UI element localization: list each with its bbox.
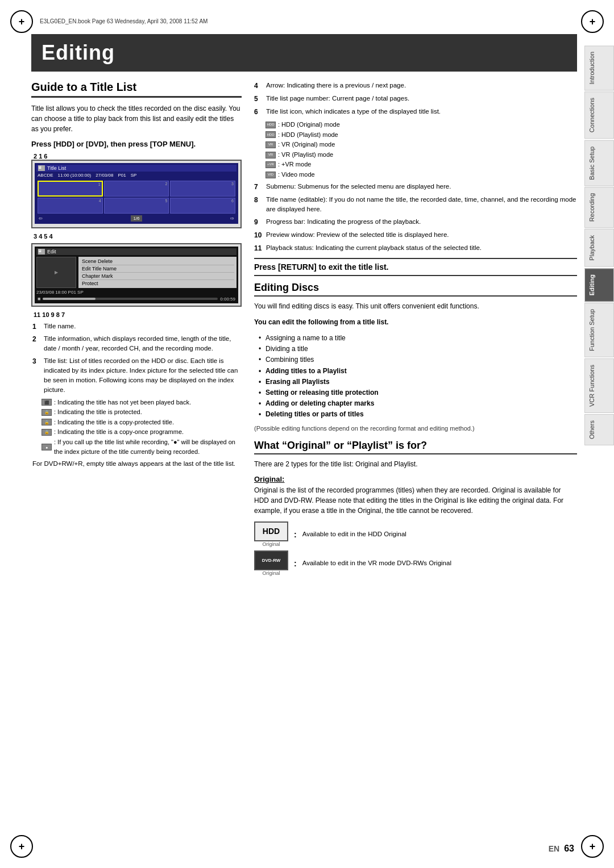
num-item-1: 1 Title name. bbox=[32, 322, 242, 332]
bullet-combining: Combining titles bbox=[259, 354, 577, 365]
edit-menu-chapter-mark[interactable]: Chapter Mark bbox=[81, 273, 234, 280]
edit-menu-scene-delete[interactable]: Scene Delete bbox=[81, 258, 234, 265]
vr-playlist-mode: VR : VR (Playlist) mode bbox=[265, 150, 577, 160]
right-num-8: 8 Title name (editable): If you do not n… bbox=[254, 195, 577, 215]
num-8-content: Title name (editable): If you do not nam… bbox=[266, 195, 577, 215]
not-played-text: : Indicating the title has not yet been … bbox=[54, 398, 191, 408]
sidebar-tab-editing[interactable]: Editing bbox=[584, 268, 614, 302]
what-original-heading: What “Original” or “Playlist” is for? bbox=[254, 440, 577, 454]
edit-menu: Scene Delete Edit Title Name Chapter Mar… bbox=[78, 257, 237, 288]
sidebar-tab-vcr-functions[interactable]: VCR Functions bbox=[584, 358, 614, 413]
tl-cell-2: 2 bbox=[104, 181, 169, 197]
num-7-label: 7 bbox=[254, 182, 263, 192]
video-icon: VID bbox=[265, 172, 276, 178]
diagram-bottom2-labels: 11 10 9 8 7 bbox=[31, 311, 242, 318]
edit-screen-mockup: 🖥 Edit ▶ Scene Delete Edit Title Name Ch… bbox=[31, 243, 242, 307]
sidebar-tab-basic-setup[interactable]: Basic Setup bbox=[584, 140, 614, 186]
sidebar-tab-others[interactable]: Others bbox=[584, 414, 614, 445]
num-11-label: 11 bbox=[254, 243, 263, 253]
edit-menu-title-name[interactable]: Edit Title Name bbox=[81, 265, 234, 273]
vr-play-icon: VR bbox=[265, 152, 276, 158]
hdd-modes-list: HDD : HDD (Original) mode HDD : HDD (Pla… bbox=[265, 120, 577, 180]
tl-mode: SP bbox=[131, 173, 137, 178]
left-column: Guide to a Title List Title list allows … bbox=[31, 81, 242, 576]
icon-mode-protected: 🔒 : Indicating the title is protected. bbox=[42, 407, 242, 418]
edit-icon: 🖥 bbox=[38, 249, 45, 254]
right-num-9: 9 Progress bar: Indicating the progress … bbox=[254, 217, 577, 227]
right-num-5: 5 Title list page number: Current page /… bbox=[254, 94, 577, 104]
sidebar: Introduction Connections Basic Setup Rec… bbox=[584, 45, 614, 445]
num-6-label: 6 bbox=[254, 107, 263, 117]
device-icons: HDD Original : Available to edit in the … bbox=[254, 521, 577, 576]
num-2-content: Title information, which displays record… bbox=[44, 334, 242, 354]
right-num-11: 11 Playback status: Indicating the curre… bbox=[254, 243, 577, 253]
bullet-deleting-titles: Deleting titles or parts of titles bbox=[259, 409, 577, 420]
tl-page-indicator: 1/6 bbox=[131, 215, 142, 222]
icon-mode-recording: ● : If you call up the title list while … bbox=[42, 437, 242, 457]
recording-text: : If you call up the title list while re… bbox=[54, 437, 242, 457]
hdd-orig-icon: HDD bbox=[265, 122, 276, 128]
num-2-label: 2 bbox=[32, 334, 42, 344]
tl-cell-6: 6 bbox=[170, 198, 235, 214]
protected-icon: 🔒 bbox=[42, 409, 52, 416]
dvd-device-icon: DVD-RW bbox=[254, 550, 288, 570]
tl-icon: 🖥 bbox=[38, 165, 45, 171]
tl-cell-3: 3 bbox=[170, 181, 235, 197]
corner-decoration-tr bbox=[581, 10, 604, 33]
num-6-content: Title list icon, which indicates a type … bbox=[266, 107, 577, 116]
tl-info-row: ABCDE 11:00 (10:00:00) 27/03/08 P01 SP bbox=[36, 173, 237, 178]
num-5-content: Title list page number: Current page / t… bbox=[266, 94, 577, 103]
sidebar-tab-introduction[interactable]: Introduction bbox=[584, 45, 614, 90]
diagram-bottom-labels: 3 4 5 4 bbox=[31, 233, 242, 240]
edit-header: 🖥 Edit bbox=[36, 248, 237, 255]
tl-page-info: P01 bbox=[118, 173, 126, 178]
hdd-playlist-mode: HDD : HDD (Playlist) mode bbox=[265, 130, 577, 140]
dvd-original-label: Original bbox=[262, 570, 280, 576]
tl-title: Title List bbox=[47, 165, 66, 171]
corner-decoration-tl bbox=[10, 10, 33, 33]
tl-cell-4: 4 bbox=[38, 198, 103, 214]
sidebar-tab-function-setup[interactable]: Function Setup bbox=[584, 303, 614, 357]
copy-once-text: : Indicating the title is a copy-once pr… bbox=[54, 427, 184, 437]
num-1-content: Title name. bbox=[44, 322, 242, 331]
right-num-6: 6 Title list icon, which indicates a typ… bbox=[254, 107, 577, 117]
edit-time: 0:00:59 bbox=[220, 297, 235, 302]
edit-footer: 23/03/08 18:00 P01 SP bbox=[36, 290, 237, 295]
hdd-device-desc: Available to edit in the HDD Original bbox=[302, 529, 577, 539]
num-9-content: Progress bar: Indicating the progress of… bbox=[266, 217, 577, 227]
video-mode: VID : Video mode bbox=[265, 170, 577, 180]
hdd-original-mode: HDD : HDD (Original) mode bbox=[265, 120, 577, 130]
sidebar-tab-playback[interactable]: Playback bbox=[584, 229, 614, 267]
num-8-label: 8 bbox=[254, 195, 263, 205]
plus-vr-icon: +VR bbox=[265, 161, 276, 168]
num-4-label: 4 bbox=[254, 81, 263, 91]
page-number-area: EN 63 bbox=[549, 844, 574, 854]
vr-play-text: : VR (Playlist) mode bbox=[278, 150, 333, 160]
title-list-screen: 🖥 Title List ABCDE 11:00 (10:00:00) 27/0… bbox=[35, 163, 238, 224]
icon-mode-copy-protected: 🔒 : Indicating the title is a copy-prote… bbox=[42, 418, 242, 428]
num-10-content: Preview window: Preview of the selected … bbox=[266, 230, 577, 240]
icon-mode-list: ⬛ : Indicating the title has not yet bee… bbox=[42, 398, 242, 458]
sidebar-tab-connections[interactable]: Connections bbox=[584, 91, 614, 139]
editing-discs-intro: You will find editing discs is easy. Thi… bbox=[254, 301, 577, 311]
vr-original-mode: VR : VR (Original) mode bbox=[265, 140, 577, 150]
bullet-title-protection: Setting or releasing title protection bbox=[259, 387, 577, 398]
title-list-screen-mockup: 🖥 Title List ABCDE 11:00 (10:00:00) 27/0… bbox=[31, 160, 242, 228]
copy-protected-icon: 🔒 bbox=[42, 419, 52, 425]
tl-abcde: ABCDE bbox=[38, 173, 53, 178]
edit-menu-protect[interactable]: Protect bbox=[81, 280, 234, 287]
edit-body: ▶ Scene Delete Edit Title Name Chapter M… bbox=[36, 257, 237, 288]
main-content: Editing Guide to a Title List Title list… bbox=[31, 34, 577, 840]
sidebar-tab-recording[interactable]: Recording bbox=[584, 187, 614, 228]
protected-text: : Indicating the title is protected. bbox=[54, 407, 142, 418]
tl-cell-5: 5 bbox=[104, 198, 169, 214]
corner-decoration-br bbox=[581, 835, 604, 858]
hdd-device-row: HDD Original : Available to edit in the … bbox=[254, 521, 577, 547]
num-9-label: 9 bbox=[254, 217, 263, 227]
bullet-chapter-marks: Adding or deleting chapter marks bbox=[259, 398, 577, 409]
dvd-device-row: DVD-RW Original : Available to edit in t… bbox=[254, 550, 577, 576]
num-7-content: Submenu: Submenus for the selected menu … bbox=[266, 182, 577, 191]
num-10-label: 10 bbox=[254, 230, 263, 240]
video-text: : Video mode bbox=[278, 170, 315, 180]
editing-discs-section: Editing Discs You will find editing disc… bbox=[254, 282, 577, 433]
